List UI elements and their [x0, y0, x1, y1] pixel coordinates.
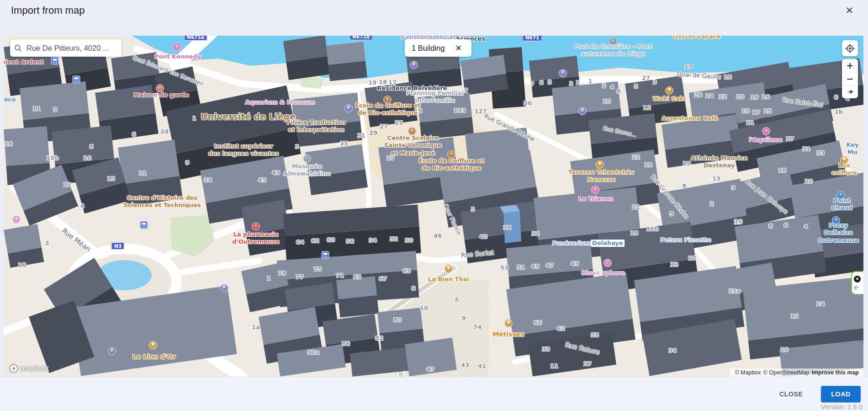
- close-icon[interactable]: ✕: [842, 5, 856, 16]
- geolocate-icon[interactable]: [842, 40, 858, 56]
- map-3d-scene: [4, 36, 863, 377]
- attribution-mapbox-link[interactable]: © Mapbox: [735, 369, 761, 376]
- browser-extension-badge: ✕ ℮: [851, 271, 863, 295]
- mapbox-logo-icon: ✦: [9, 364, 18, 373]
- search-icon: [15, 45, 21, 52]
- attribution-osm-link[interactable]: © OpenStreetMap: [763, 369, 810, 376]
- extension-e-icon[interactable]: ℮: [854, 284, 858, 291]
- zoom-controls: + −: [842, 59, 858, 98]
- close-button[interactable]: CLOSE: [777, 390, 805, 398]
- search-input[interactable]: [26, 43, 117, 53]
- chip-label: 1 Building: [412, 44, 445, 53]
- zoom-in-button[interactable]: +: [842, 59, 858, 72]
- extension-close-icon[interactable]: ✕: [854, 276, 861, 283]
- map-attribution: © Mapbox © OpenStreetMap Improve this ma…: [730, 368, 863, 377]
- improve-map-link[interactable]: Improve this map: [812, 369, 859, 376]
- version-label: Version: 2.6.0: [820, 403, 863, 411]
- mapbox-logo-text: mapbox: [20, 364, 49, 373]
- dialog-footer: CLOSE LOAD Version: 2.6.0: [0, 377, 868, 411]
- building-selection-chip: 1 Building ✕: [405, 39, 471, 57]
- page-title: Import from map: [11, 5, 85, 16]
- zoom-out-button[interactable]: −: [842, 72, 858, 85]
- geolocate-button[interactable]: [842, 40, 858, 56]
- compass-needle-icon: [847, 90, 853, 94]
- mapbox-logo[interactable]: ✦ mapbox: [9, 364, 49, 373]
- map-search-box[interactable]: [10, 39, 122, 57]
- map-canvas[interactable]: 10b862d113119312718163119161242445431918…: [4, 36, 863, 377]
- chip-close-icon[interactable]: ✕: [452, 43, 464, 53]
- load-button[interactable]: LOAD: [821, 386, 861, 402]
- compass-button[interactable]: [842, 85, 858, 98]
